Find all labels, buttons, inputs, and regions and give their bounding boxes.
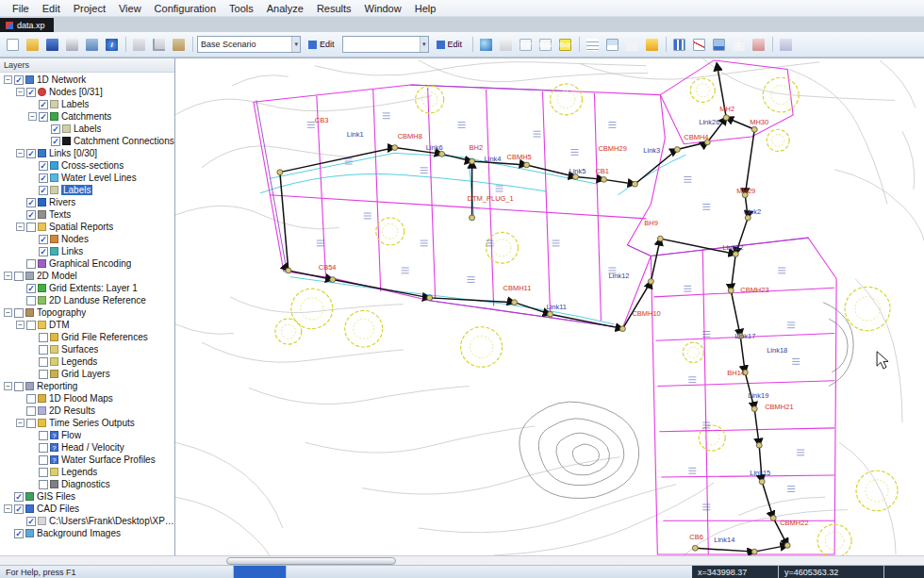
- layer-visibility-checkbox[interactable]: ✓: [26, 149, 36, 158]
- expand-toggle-icon[interactable]: −: [4, 504, 12, 513]
- chevron-down-icon[interactable]: ▾: [291, 37, 300, 52]
- chart-line-button[interactable]: [690, 36, 708, 54]
- layer-visibility-checkbox[interactable]: ✓: [39, 173, 48, 183]
- document-tab[interactable]: data.xp: [0, 18, 54, 32]
- layer-item-reporting[interactable]: −Reporting: [0, 380, 174, 392]
- layer-visibility-checkbox[interactable]: ✓: [14, 492, 24, 502]
- layer-item-water-surface-profiles[interactable]: ?Water Surface Profiles: [0, 454, 174, 466]
- layer-item-nodes-0-31[interactable]: −✓Nodes [0/31]: [0, 86, 174, 98]
- layer-visibility-checkbox[interactable]: ✓: [26, 284, 36, 293]
- layer-visibility-checkbox[interactable]: [39, 345, 48, 355]
- layer-item-grid-layers[interactable]: Grid Layers: [0, 368, 174, 380]
- layer-visibility-checkbox[interactable]: [26, 406, 36, 416]
- layer-item-diagnostics[interactable]: Diagnostics: [0, 478, 174, 490]
- layer-item-water-level-lines[interactable]: ✓Water Level Lines: [0, 172, 174, 184]
- layer-visibility-checkbox[interactable]: ✓: [51, 137, 60, 146]
- layer-item-grid-file-references[interactable]: Grid File References: [0, 331, 174, 343]
- layer-item-1d-flood-maps[interactable]: 1D Flood Maps: [0, 392, 174, 405]
- layer-visibility-checkbox[interactable]: ✓: [14, 75, 24, 85]
- raf-button[interactable]: Raf: [517, 36, 535, 54]
- layer-item-2d-results[interactable]: 2D Results: [0, 405, 174, 417]
- layer-visibility-checkbox[interactable]: [26, 321, 36, 330]
- menu-analyze[interactable]: Analyze: [260, 2, 310, 15]
- layer-item-rivers[interactable]: ✓Rivers: [0, 196, 174, 208]
- layer-visibility-checkbox[interactable]: ✓: [39, 235, 48, 244]
- layer-visibility-checkbox[interactable]: ✓: [14, 504, 24, 514]
- layer-visibility-checkbox[interactable]: [14, 272, 24, 281]
- lightning-button[interactable]: [643, 36, 661, 54]
- layer-visibility-checkbox[interactable]: ✓: [39, 100, 48, 109]
- expand-toggle-icon[interactable]: −: [16, 88, 25, 96]
- menu-window[interactable]: Window: [358, 2, 408, 15]
- layer-visibility-checkbox[interactable]: ✓: [39, 247, 48, 256]
- expand-toggle-icon[interactable]: −: [16, 149, 25, 157]
- layer-visibility-checkbox[interactable]: [26, 259, 36, 269]
- open-folder-button[interactable]: [24, 36, 41, 54]
- layer-item-surfaces[interactable]: Surfaces: [0, 343, 174, 355]
- layer-item-graphical-encoding[interactable]: Graphical Encoding: [0, 257, 174, 270]
- expand-toggle-icon[interactable]: −: [4, 382, 12, 390]
- layer-item-labels[interactable]: ✓Labels: [0, 98, 174, 110]
- menu-file[interactable]: File: [6, 2, 36, 15]
- menu-view[interactable]: View: [112, 2, 148, 15]
- layer-item-dtm[interactable]: −DTM: [0, 319, 174, 331]
- layer-item-labels[interactable]: ✓Labels: [0, 184, 174, 196]
- expand-toggle-icon[interactable]: −: [4, 308, 12, 317]
- layer-item-background-images[interactable]: ✓Background Images: [0, 527, 174, 539]
- chart-area-button[interactable]: [710, 36, 728, 54]
- layer-visibility-checkbox[interactable]: [26, 394, 36, 404]
- sum-button[interactable]: Σ: [730, 36, 748, 54]
- info-button[interactable]: i: [103, 36, 121, 54]
- scenario-combobox[interactable]: Base Scenario ▾: [197, 36, 301, 53]
- layer-visibility-checkbox[interactable]: ✓: [26, 88, 36, 97]
- layer-item-nodes[interactable]: ✓Nodes: [0, 233, 174, 245]
- menu-results[interactable]: Results: [310, 2, 358, 15]
- layer-visibility-checkbox[interactable]: [26, 419, 36, 428]
- layer-item-texts[interactable]: ✓Texts: [0, 208, 174, 221]
- menu-edit[interactable]: Edit: [36, 2, 67, 15]
- layer-visibility-checkbox[interactable]: ✓: [39, 186, 48, 195]
- window-layout-button[interactable]: [603, 36, 621, 54]
- layer-visibility-checkbox[interactable]: ✓: [26, 198, 36, 207]
- layer-visibility-checkbox[interactable]: [26, 223, 36, 232]
- layer-item-topography[interactable]: −Topography: [0, 306, 174, 319]
- layer-visibility-checkbox[interactable]: [39, 333, 48, 342]
- menu-tools[interactable]: Tools: [223, 2, 260, 15]
- layer-item-spatial-reports[interactable]: −Spatial Reports: [0, 221, 174, 233]
- layer-item-links-0-30[interactable]: −✓Links [0/30]: [0, 147, 174, 159]
- layer-item-flow[interactable]: ?Flow: [0, 429, 174, 441]
- layer-item-2d-model[interactable]: −2D Model: [0, 270, 174, 282]
- layer-item-grid-extents-layer-1[interactable]: ✓Grid Extents: Layer 1: [0, 282, 174, 294]
- layer-item-legends[interactable]: Legends: [0, 466, 174, 478]
- bas-button[interactable]: Bas: [536, 36, 554, 54]
- new-file-button[interactable]: [4, 36, 22, 54]
- layer-item-catchments[interactable]: −✓Catchments: [0, 110, 174, 123]
- layer-visibility-checkbox[interactable]: [39, 431, 48, 440]
- paste-button[interactable]: [170, 36, 188, 54]
- grid-table-button[interactable]: [584, 36, 602, 54]
- layer-visibility-checkbox[interactable]: ✓: [26, 210, 36, 220]
- layer-visibility-checkbox[interactable]: ✓: [39, 112, 48, 122]
- expand-toggle-icon[interactable]: −: [16, 321, 25, 329]
- layer-visibility-checkbox[interactable]: [39, 468, 48, 477]
- layer-item-2d-landuse-reference[interactable]: 2D Landuse Reference: [0, 294, 174, 306]
- layer-visibility-checkbox[interactable]: [39, 455, 48, 465]
- select-pointer-button[interactable]: [623, 36, 641, 54]
- cut-button[interactable]: [130, 36, 148, 54]
- copy-button[interactable]: [150, 36, 168, 54]
- menu-help[interactable]: Help: [408, 2, 443, 15]
- layer-visibility-checkbox[interactable]: [26, 296, 36, 306]
- layer-visibility-checkbox[interactable]: [39, 480, 48, 489]
- layer-visibility-checkbox[interactable]: ✓: [51, 124, 60, 134]
- scenario-edit-button[interactable]: Edit: [303, 36, 340, 53]
- layer-visibility-checkbox[interactable]: ✓: [26, 517, 36, 526]
- layer-visibility-checkbox[interactable]: [39, 357, 48, 367]
- expand-toggle-icon[interactable]: −: [28, 112, 37, 121]
- expand-toggle-icon[interactable]: −: [4, 272, 12, 280]
- secondary-edit-button[interactable]: Edit: [431, 36, 469, 53]
- layer-visibility-checkbox[interactable]: [39, 443, 48, 453]
- layer-visibility-checkbox[interactable]: [39, 370, 48, 379]
- globe-button[interactable]: [477, 36, 495, 54]
- layer-visibility-checkbox[interactable]: ✓: [39, 161, 48, 171]
- map-canvas[interactable]: CB3Link1CBMH8Link6BH2Link4CBMH5Link5CB1C…: [175, 58, 924, 555]
